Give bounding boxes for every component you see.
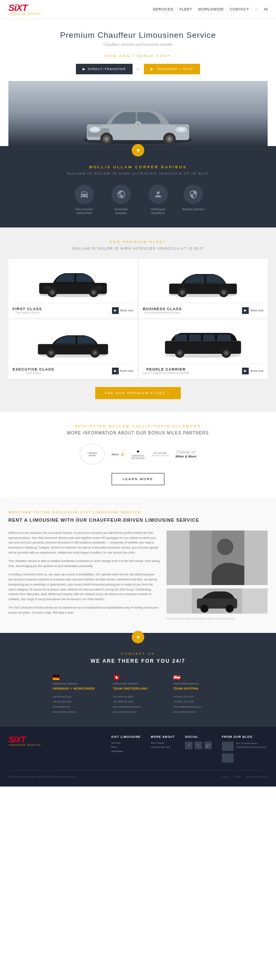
first-class-car-image bbox=[33, 266, 113, 298]
transfer-stop-button[interactable]: ▶ TRANSFER + STOP bbox=[144, 64, 200, 74]
germany-title: GERMANY + WORLDWIDE bbox=[52, 687, 103, 691]
svg-rect-31 bbox=[204, 275, 206, 283]
about-content: Welcome to the exclusive Sixt Limousine … bbox=[8, 531, 268, 620]
btn2-label: TRANSFER + STOP bbox=[156, 67, 193, 71]
arrow-icon-2: ▶ bbox=[151, 67, 154, 71]
nav-worldwide[interactable]: Worldwide bbox=[198, 7, 224, 11]
people-carrier-book-button[interactable]: ▶ Book now bbox=[242, 368, 263, 374]
people-carrier-car-image bbox=[159, 327, 247, 358]
features-icons: Own premium vehicle fleet Worldwide avai… bbox=[8, 185, 268, 215]
globe-icon bbox=[117, 190, 126, 199]
footer-link-services[interactable]: Services bbox=[111, 742, 141, 744]
executive-class-book-button[interactable]: ▶ Book now bbox=[112, 368, 133, 374]
nav-contact[interactable]: Contact bbox=[230, 7, 249, 11]
footer-col-limousine-title: Sixt Limousine bbox=[111, 735, 141, 738]
contact-section: CONTACT US WE ARE THERE FOR YOU 24/7 🇩🇪 … bbox=[0, 643, 276, 727]
footer-faqs[interactable]: FAQs bbox=[234, 776, 241, 778]
fleet-card-executive-info: EXECUTIVE CLASS Pure luxury bbox=[13, 367, 54, 374]
first-class-book-button[interactable]: ▶ Book now bbox=[112, 307, 133, 314]
direct-transfer-button[interactable]: ▶ DIRECT-TRANSFER bbox=[76, 64, 133, 74]
footer-imprint[interactable]: Imprint bbox=[222, 776, 229, 778]
people-carrier-desc: Up to 7 people can travel in comfort bbox=[143, 371, 190, 374]
austria-email: service@sixtlimousine.at bbox=[173, 704, 224, 709]
google-plus-icon[interactable]: g+ bbox=[204, 742, 212, 749]
partner-emirates: ✦ EmiratesSkywards bbox=[131, 449, 145, 460]
switzerland-service: Limousine Service bbox=[113, 682, 163, 685]
hero-car-bg bbox=[8, 81, 268, 146]
fleet-card-business: BUSINESS CLASS An understatement of clas… bbox=[139, 259, 268, 318]
germany-phone2: +49 040 60 9192 bbox=[52, 699, 103, 704]
footer-terms[interactable]: Terms & Conditions bbox=[246, 776, 268, 778]
executive-class-desc: Pure luxury bbox=[13, 371, 54, 374]
about-p2: This chauffeur service is able to reliab… bbox=[8, 559, 160, 569]
austria-service: Limousine Service bbox=[173, 682, 224, 685]
svg-point-5 bbox=[91, 128, 99, 131]
footer-link-worldwide[interactable]: Worldwide bbox=[111, 750, 141, 753]
svg-rect-49 bbox=[175, 335, 187, 341]
fleet-title: NULLAM ID DOLOR ID NIBH ULTRICIES VEHICU… bbox=[8, 246, 268, 251]
svg-point-17 bbox=[167, 137, 171, 141]
about-img-caption: Rent a limousine with our chauffeur-driv… bbox=[167, 617, 268, 620]
small-car-svg bbox=[167, 588, 268, 614]
about-images: Rent a limousine with our chauffeur-driv… bbox=[167, 531, 268, 620]
feature-worldwide: Worldwide available bbox=[109, 185, 134, 215]
svg-rect-40 bbox=[75, 336, 76, 343]
nav-services[interactable]: Services bbox=[153, 7, 173, 11]
star-icon: ★ bbox=[136, 147, 141, 153]
hero-car-image bbox=[75, 95, 201, 146]
footer-logo-sub: Limousine Service bbox=[8, 744, 41, 746]
footer-link-careers[interactable]: Careers with Sixt bbox=[151, 746, 175, 748]
aero-div-icon: ∧ bbox=[120, 451, 125, 457]
first-class-car bbox=[13, 264, 133, 300]
miles-more-text: Miles & More bbox=[176, 455, 196, 458]
twitter-icon[interactable]: t bbox=[195, 742, 202, 749]
footer-link-sixt-contact[interactable]: Sixt Contact bbox=[151, 742, 175, 744]
footer-logo-main: SiXT bbox=[8, 735, 41, 744]
partner-eurowings: eurowings Discover the world bbox=[151, 452, 169, 457]
svg-point-25 bbox=[51, 291, 54, 294]
car-icon bbox=[80, 190, 89, 199]
fleet-grid: FIRST CLASS The classic choice ▶ Book no… bbox=[8, 259, 268, 379]
blog-item-2: · bbox=[222, 753, 268, 763]
first-class-desc: The classic choice bbox=[13, 311, 42, 314]
nav-links: Services Fleet Worldwide Contact ··· Hi bbox=[153, 7, 268, 11]
business-class-book-button[interactable]: ▶ Book now bbox=[242, 307, 263, 314]
svg-point-64 bbox=[200, 604, 208, 612]
hero-subtitle: Chauffeur services and limousine transfe… bbox=[8, 42, 268, 47]
footer-bottom: Sixt Limousine Service Copyright © 2018 … bbox=[8, 770, 268, 778]
footer-link-fleet[interactable]: Fleet bbox=[111, 746, 141, 748]
chauffeurs-icon-circle bbox=[148, 185, 168, 204]
svg-point-28 bbox=[92, 291, 95, 294]
see-premium-fleet-button[interactable]: SEE OUR PREMIUM FLEET → bbox=[95, 387, 180, 399]
switzerland-phone1: +41 0044 40 9192 bbox=[113, 694, 163, 699]
nav-fleet[interactable]: Fleet bbox=[180, 7, 193, 11]
switzerland-title: TEAM SWITZERLAND bbox=[113, 687, 163, 691]
about-title: RENT A LIMOUSINE WITH OUR CHAUFFEUR-DRIV… bbox=[8, 517, 268, 524]
blog-item-1: Der Transfer-OlimsPosted 2018 acht am Em… bbox=[222, 742, 268, 751]
first-class-btn: Book now bbox=[120, 309, 133, 312]
contact-cols: 🇩🇪 Limousine Service GERMANY + WORLDWIDE… bbox=[8, 674, 268, 714]
chauffeur-svg bbox=[167, 531, 268, 585]
contact-label: CONTACT US bbox=[8, 652, 268, 656]
contact-germany: 🇩🇪 Limousine Service GERMANY + WORLDWIDE… bbox=[52, 674, 103, 714]
contact-austria: 🇦🇹 Limousine Service TEAM AUSTRIA +43 00… bbox=[173, 674, 224, 714]
logo-sub: Limousine Service bbox=[8, 13, 41, 15]
austria-web: www.sixtlimousine.at bbox=[173, 709, 224, 714]
svg-point-55 bbox=[179, 352, 181, 354]
book-icon-2: ▶ bbox=[242, 307, 249, 314]
partner-aero: Aero ∧ bbox=[112, 451, 125, 457]
about-p1: Welcome to the exclusive Sixt Limousine … bbox=[8, 531, 160, 555]
nav-hi[interactable]: Hi bbox=[264, 7, 268, 11]
features-subtitle: NULLAM ID DOLOR ID NIBH ULTRICIES VEHICU… bbox=[8, 172, 268, 175]
book-icon-1: ▶ bbox=[112, 307, 119, 314]
chauffeur-image bbox=[167, 531, 268, 585]
learn-more-button[interactable]: LEARN MORE bbox=[112, 473, 165, 485]
contact-title: WE ARE THERE FOR YOU 24/7 bbox=[8, 658, 268, 664]
section-divider-1: ★ bbox=[0, 146, 276, 157]
first-class-name: FIRST CLASS bbox=[13, 307, 42, 311]
facebook-icon[interactable]: f bbox=[185, 742, 193, 749]
contact-switzerland: 🇨🇭 Limousine Service TEAM SWITZERLAND +4… bbox=[113, 674, 163, 714]
germany-flag: 🇩🇪 bbox=[52, 674, 103, 681]
nav-more[interactable]: ··· bbox=[255, 7, 258, 11]
learn-more-label: LEARN MORE bbox=[123, 477, 154, 481]
